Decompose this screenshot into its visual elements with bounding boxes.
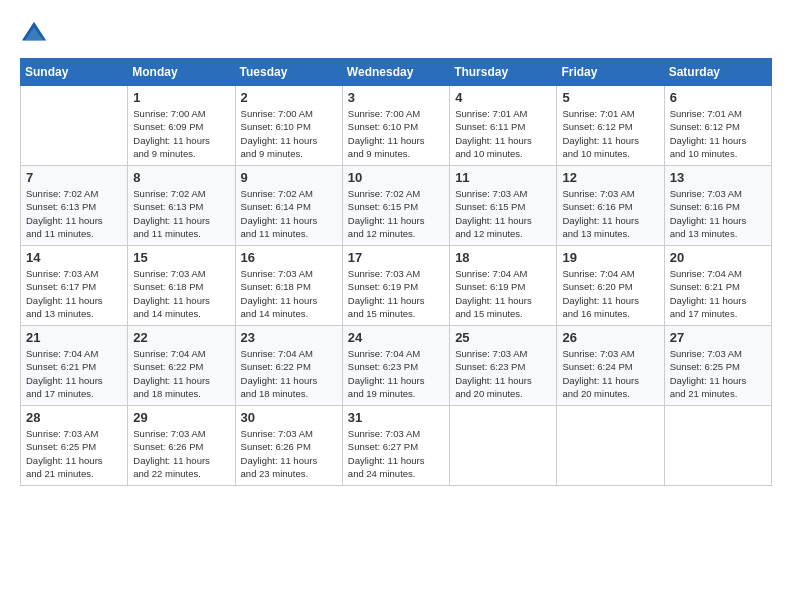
calendar-header-row: SundayMondayTuesdayWednesdayThursdayFrid… [21, 59, 772, 86]
calendar-cell: 10Sunrise: 7:02 AMSunset: 6:15 PMDayligh… [342, 166, 449, 246]
cell-info: Sunrise: 7:03 AMSunset: 6:24 PMDaylight:… [562, 347, 658, 400]
calendar-cell: 5Sunrise: 7:01 AMSunset: 6:12 PMDaylight… [557, 86, 664, 166]
cell-info: Sunrise: 7:00 AMSunset: 6:10 PMDaylight:… [241, 107, 337, 160]
cell-info: Sunrise: 7:03 AMSunset: 6:26 PMDaylight:… [133, 427, 229, 480]
day-number: 24 [348, 330, 444, 345]
calendar-week-row: 1Sunrise: 7:00 AMSunset: 6:09 PMDaylight… [21, 86, 772, 166]
calendar-table: SundayMondayTuesdayWednesdayThursdayFrid… [20, 58, 772, 486]
day-number: 8 [133, 170, 229, 185]
calendar-cell: 27Sunrise: 7:03 AMSunset: 6:25 PMDayligh… [664, 326, 771, 406]
cell-info: Sunrise: 7:02 AMSunset: 6:13 PMDaylight:… [133, 187, 229, 240]
cell-info: Sunrise: 7:01 AMSunset: 6:12 PMDaylight:… [562, 107, 658, 160]
day-number: 12 [562, 170, 658, 185]
cell-info: Sunrise: 7:04 AMSunset: 6:21 PMDaylight:… [670, 267, 766, 320]
day-number: 3 [348, 90, 444, 105]
cell-info: Sunrise: 7:03 AMSunset: 6:18 PMDaylight:… [133, 267, 229, 320]
calendar-cell [664, 406, 771, 486]
calendar-cell: 25Sunrise: 7:03 AMSunset: 6:23 PMDayligh… [450, 326, 557, 406]
day-number: 29 [133, 410, 229, 425]
day-number: 20 [670, 250, 766, 265]
calendar-cell: 17Sunrise: 7:03 AMSunset: 6:19 PMDayligh… [342, 246, 449, 326]
calendar-cell: 22Sunrise: 7:04 AMSunset: 6:22 PMDayligh… [128, 326, 235, 406]
day-number: 14 [26, 250, 122, 265]
calendar-cell: 31Sunrise: 7:03 AMSunset: 6:27 PMDayligh… [342, 406, 449, 486]
calendar-cell: 1Sunrise: 7:00 AMSunset: 6:09 PMDaylight… [128, 86, 235, 166]
calendar-cell: 15Sunrise: 7:03 AMSunset: 6:18 PMDayligh… [128, 246, 235, 326]
cell-info: Sunrise: 7:01 AMSunset: 6:11 PMDaylight:… [455, 107, 551, 160]
calendar-cell: 3Sunrise: 7:00 AMSunset: 6:10 PMDaylight… [342, 86, 449, 166]
cell-info: Sunrise: 7:03 AMSunset: 6:27 PMDaylight:… [348, 427, 444, 480]
cell-info: Sunrise: 7:03 AMSunset: 6:23 PMDaylight:… [455, 347, 551, 400]
cell-info: Sunrise: 7:04 AMSunset: 6:19 PMDaylight:… [455, 267, 551, 320]
calendar-cell [450, 406, 557, 486]
day-number: 27 [670, 330, 766, 345]
calendar-cell [21, 86, 128, 166]
calendar-cell: 11Sunrise: 7:03 AMSunset: 6:15 PMDayligh… [450, 166, 557, 246]
day-number: 11 [455, 170, 551, 185]
cell-info: Sunrise: 7:03 AMSunset: 6:17 PMDaylight:… [26, 267, 122, 320]
day-number: 1 [133, 90, 229, 105]
cell-info: Sunrise: 7:02 AMSunset: 6:15 PMDaylight:… [348, 187, 444, 240]
cell-info: Sunrise: 7:04 AMSunset: 6:20 PMDaylight:… [562, 267, 658, 320]
day-number: 18 [455, 250, 551, 265]
calendar-cell: 2Sunrise: 7:00 AMSunset: 6:10 PMDaylight… [235, 86, 342, 166]
calendar-week-row: 21Sunrise: 7:04 AMSunset: 6:21 PMDayligh… [21, 326, 772, 406]
calendar-cell: 23Sunrise: 7:04 AMSunset: 6:22 PMDayligh… [235, 326, 342, 406]
cell-info: Sunrise: 7:03 AMSunset: 6:15 PMDaylight:… [455, 187, 551, 240]
header-sunday: Sunday [21, 59, 128, 86]
cell-info: Sunrise: 7:03 AMSunset: 6:18 PMDaylight:… [241, 267, 337, 320]
day-number: 13 [670, 170, 766, 185]
cell-info: Sunrise: 7:02 AMSunset: 6:13 PMDaylight:… [26, 187, 122, 240]
day-number: 10 [348, 170, 444, 185]
calendar-cell: 20Sunrise: 7:04 AMSunset: 6:21 PMDayligh… [664, 246, 771, 326]
cell-info: Sunrise: 7:03 AMSunset: 6:16 PMDaylight:… [670, 187, 766, 240]
day-number: 4 [455, 90, 551, 105]
page-header [20, 20, 772, 48]
calendar-cell: 7Sunrise: 7:02 AMSunset: 6:13 PMDaylight… [21, 166, 128, 246]
logo-icon [20, 20, 48, 48]
cell-info: Sunrise: 7:03 AMSunset: 6:19 PMDaylight:… [348, 267, 444, 320]
calendar-week-row: 28Sunrise: 7:03 AMSunset: 6:25 PMDayligh… [21, 406, 772, 486]
calendar-cell: 29Sunrise: 7:03 AMSunset: 6:26 PMDayligh… [128, 406, 235, 486]
cell-info: Sunrise: 7:03 AMSunset: 6:25 PMDaylight:… [26, 427, 122, 480]
cell-info: Sunrise: 7:03 AMSunset: 6:25 PMDaylight:… [670, 347, 766, 400]
calendar-cell: 9Sunrise: 7:02 AMSunset: 6:14 PMDaylight… [235, 166, 342, 246]
header-wednesday: Wednesday [342, 59, 449, 86]
header-friday: Friday [557, 59, 664, 86]
day-number: 6 [670, 90, 766, 105]
calendar-cell: 24Sunrise: 7:04 AMSunset: 6:23 PMDayligh… [342, 326, 449, 406]
calendar-cell: 16Sunrise: 7:03 AMSunset: 6:18 PMDayligh… [235, 246, 342, 326]
calendar-cell: 26Sunrise: 7:03 AMSunset: 6:24 PMDayligh… [557, 326, 664, 406]
cell-info: Sunrise: 7:00 AMSunset: 6:09 PMDaylight:… [133, 107, 229, 160]
calendar-cell: 8Sunrise: 7:02 AMSunset: 6:13 PMDaylight… [128, 166, 235, 246]
cell-info: Sunrise: 7:04 AMSunset: 6:22 PMDaylight:… [241, 347, 337, 400]
cell-info: Sunrise: 7:04 AMSunset: 6:22 PMDaylight:… [133, 347, 229, 400]
day-number: 26 [562, 330, 658, 345]
day-number: 21 [26, 330, 122, 345]
day-number: 16 [241, 250, 337, 265]
day-number: 2 [241, 90, 337, 105]
calendar-cell [557, 406, 664, 486]
calendar-cell: 30Sunrise: 7:03 AMSunset: 6:26 PMDayligh… [235, 406, 342, 486]
header-monday: Monday [128, 59, 235, 86]
logo [20, 20, 52, 48]
day-number: 15 [133, 250, 229, 265]
calendar-cell: 14Sunrise: 7:03 AMSunset: 6:17 PMDayligh… [21, 246, 128, 326]
calendar-cell: 18Sunrise: 7:04 AMSunset: 6:19 PMDayligh… [450, 246, 557, 326]
day-number: 28 [26, 410, 122, 425]
cell-info: Sunrise: 7:04 AMSunset: 6:21 PMDaylight:… [26, 347, 122, 400]
header-saturday: Saturday [664, 59, 771, 86]
header-thursday: Thursday [450, 59, 557, 86]
cell-info: Sunrise: 7:02 AMSunset: 6:14 PMDaylight:… [241, 187, 337, 240]
calendar-week-row: 7Sunrise: 7:02 AMSunset: 6:13 PMDaylight… [21, 166, 772, 246]
day-number: 19 [562, 250, 658, 265]
cell-info: Sunrise: 7:00 AMSunset: 6:10 PMDaylight:… [348, 107, 444, 160]
cell-info: Sunrise: 7:03 AMSunset: 6:16 PMDaylight:… [562, 187, 658, 240]
calendar-cell: 28Sunrise: 7:03 AMSunset: 6:25 PMDayligh… [21, 406, 128, 486]
cell-info: Sunrise: 7:04 AMSunset: 6:23 PMDaylight:… [348, 347, 444, 400]
header-tuesday: Tuesday [235, 59, 342, 86]
day-number: 9 [241, 170, 337, 185]
day-number: 23 [241, 330, 337, 345]
day-number: 31 [348, 410, 444, 425]
calendar-cell: 21Sunrise: 7:04 AMSunset: 6:21 PMDayligh… [21, 326, 128, 406]
